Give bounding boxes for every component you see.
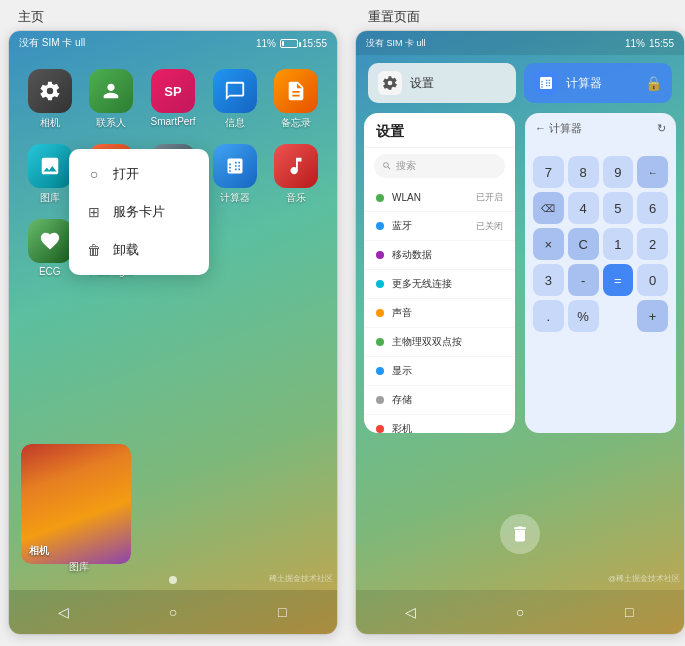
calc-header: ← 计算器 ↻: [525, 113, 676, 140]
calc-btn-8[interactable]: 8: [568, 156, 599, 188]
settings-item-color[interactable]: 彩机: [364, 415, 515, 433]
calc-btn-6[interactable]: 6: [637, 192, 668, 224]
gallery-bottom-label: 图库: [69, 560, 89, 574]
contacts-label: 联系人: [96, 116, 126, 130]
gallery-icon: [28, 144, 72, 188]
recent-label: 重置页面: [368, 8, 420, 26]
ecg-icon: [28, 219, 72, 263]
calc-btn-4[interactable]: 4: [568, 192, 599, 224]
calc-btn-backspace[interactable]: ⌫: [533, 192, 564, 224]
smartperf-icon: SP: [151, 69, 195, 113]
recents-button[interactable]: □: [268, 598, 296, 626]
open-icon: ○: [85, 165, 103, 183]
bluetooth-badge: 已关闭: [476, 220, 503, 233]
camera-label: 相机: [40, 116, 60, 130]
calculator-card[interactable]: ← 计算器 ↻ 7 8 9 ← ⌫ 4 5 6 × C 1 2 3 - = 0: [525, 113, 676, 433]
camera-icon: [28, 69, 72, 113]
settings-search[interactable]: 搜索: [374, 154, 505, 178]
app-contacts[interactable]: 联系人: [83, 69, 141, 130]
calculator-top-card[interactable]: 计算器 🔒: [524, 63, 672, 103]
settings-item-more-wireless[interactable]: 更多无线连接: [364, 270, 515, 299]
settings-item-wlan[interactable]: WLAN 已开启: [364, 184, 515, 212]
watermark-right: @稀土掘金技术社区: [608, 573, 680, 584]
time-label: 15:55: [302, 38, 327, 49]
settings-item-double-tap[interactable]: 主物理双双点按: [364, 328, 515, 357]
calc-btn-9[interactable]: 9: [603, 156, 634, 188]
messages-label: 信息: [225, 116, 245, 130]
calc-btn-dot[interactable]: .: [533, 300, 564, 332]
calc-refresh-icon[interactable]: ↻: [657, 122, 666, 135]
double-tap-label: 主物理双双点按: [392, 335, 503, 349]
settings-top-label: 设置: [410, 75, 434, 92]
calc-btn-percent[interactable]: %: [568, 300, 599, 332]
uninstall-icon: 🗑: [85, 241, 103, 259]
lock-icon: 🔒: [645, 75, 662, 91]
messages-icon: [213, 69, 257, 113]
settings-top-icon: [378, 71, 402, 95]
calc-btn-0[interactable]: 0: [637, 264, 668, 296]
calculator-top-label: 计算器: [566, 75, 602, 92]
watermark-left: 稀土掘金技术社区: [269, 573, 333, 584]
settings-item-mobile-data[interactable]: 移动数据: [364, 241, 515, 270]
calc-btn-equals[interactable]: =: [603, 264, 634, 296]
wallpaper-thumbnail: 相机: [21, 444, 131, 564]
app-smartperf[interactable]: SP SmartPerf: [144, 69, 202, 130]
app-calculator-left[interactable]: 计算器: [206, 144, 264, 205]
trash-button[interactable]: [500, 514, 540, 554]
right-battery-label: 11%: [625, 38, 645, 49]
wlan-label: WLAN: [392, 192, 468, 203]
calc-btn-5[interactable]: 5: [603, 192, 634, 224]
sound-label: 声音: [392, 306, 503, 320]
menu-uninstall[interactable]: 🗑 卸载: [69, 231, 209, 269]
search-placeholder: 搜索: [396, 159, 416, 173]
settings-card[interactable]: 设置 搜索 WLAN 已开启 蓝牙 已关闭 移动数据 更多: [364, 113, 515, 433]
phone-left: 没有 SIM 卡 ull 11% 15:55 相机 联系人 SP SmartPe: [8, 30, 338, 635]
calc-btn-clear[interactable]: C: [568, 228, 599, 260]
menu-uninstall-label: 卸载: [113, 241, 139, 259]
home-label: 主页: [18, 8, 44, 26]
menu-service-card[interactable]: ⊞ 服务卡片: [69, 193, 209, 231]
right-home-button[interactable]: ○: [506, 598, 534, 626]
settings-item-bluetooth[interactable]: 蓝牙 已关闭: [364, 212, 515, 241]
app-notes[interactable]: 备忘录: [267, 69, 325, 130]
calculator-top-icon: [534, 71, 558, 95]
menu-open[interactable]: ○ 打开: [69, 155, 209, 193]
calc-back-btn[interactable]: ← 计算器: [535, 121, 582, 136]
status-right: 11% 15:55: [256, 38, 327, 49]
wlan-badge: 已开启: [476, 191, 503, 204]
storage-label: 存储: [392, 393, 503, 407]
trash-area: [500, 514, 540, 554]
settings-card-header: 设置: [364, 113, 515, 148]
status-bar-right: 没有 SIM 卡 ull 11% 15:55: [356, 31, 684, 55]
right-time-label: 15:55: [649, 38, 674, 49]
settings-item-storage[interactable]: 存储: [364, 386, 515, 415]
gallery-label: 图库: [40, 191, 60, 205]
calc-btn-del[interactable]: ←: [637, 156, 668, 188]
home-button[interactable]: ○: [159, 598, 187, 626]
calc-btn-plus[interactable]: +: [637, 300, 668, 332]
settings-item-sound[interactable]: 声音: [364, 299, 515, 328]
right-recents-button[interactable]: □: [615, 598, 643, 626]
app-cards-area: 设置 搜索 WLAN 已开启 蓝牙 已关闭 移动数据 更多: [364, 113, 676, 433]
home-indicator: [169, 576, 177, 584]
contacts-icon: [89, 69, 133, 113]
calc-btn-2[interactable]: 2: [637, 228, 668, 260]
calc-btn-minus[interactable]: -: [568, 264, 599, 296]
calc-btn-1[interactable]: 1: [603, 228, 634, 260]
settings-item-display[interactable]: 显示: [364, 357, 515, 386]
battery-icon: [280, 39, 298, 48]
app-camera[interactable]: 相机: [21, 69, 79, 130]
calc-btn-3[interactable]: 3: [533, 264, 564, 296]
app-music[interactable]: 音乐: [267, 144, 325, 205]
calculator-left-icon: [213, 144, 257, 188]
calc-btn-7[interactable]: 7: [533, 156, 564, 188]
app-messages[interactable]: 信息: [206, 69, 264, 130]
settings-top-card[interactable]: 设置: [368, 63, 516, 103]
calc-display: [525, 140, 676, 152]
calc-btn-multiply[interactable]: ×: [533, 228, 564, 260]
back-button[interactable]: ◁: [50, 598, 78, 626]
music-label: 音乐: [286, 191, 306, 205]
right-back-button[interactable]: ◁: [397, 598, 425, 626]
notes-label: 备忘录: [281, 116, 311, 130]
color-label: 彩机: [392, 422, 503, 433]
